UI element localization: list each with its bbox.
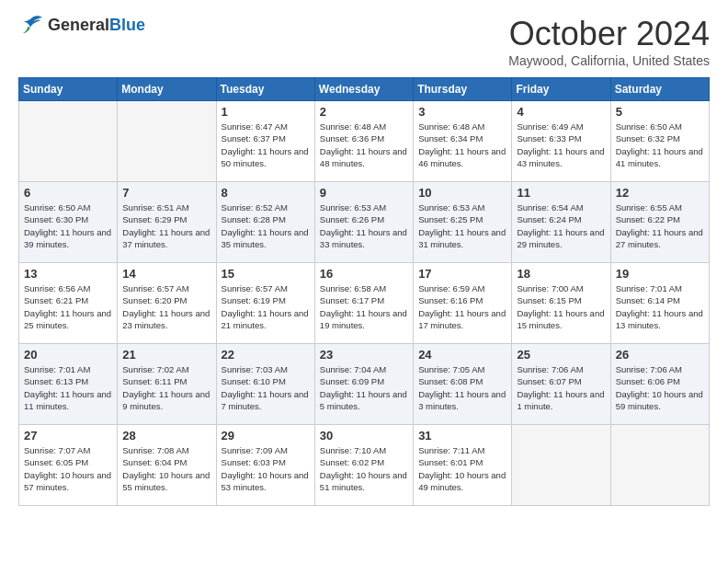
table-row bbox=[512, 425, 610, 506]
day-number: 13 bbox=[24, 267, 112, 281]
table-row: 14Sunrise: 6:57 AM Sunset: 6:20 PM Dayli… bbox=[118, 263, 216, 344]
day-info: Sunrise: 6:50 AM Sunset: 6:30 PM Dayligh… bbox=[24, 201, 112, 250]
table-row: 23Sunrise: 7:04 AM Sunset: 6:09 PM Dayli… bbox=[314, 344, 413, 425]
table-row: 12Sunrise: 6:55 AM Sunset: 6:22 PM Dayli… bbox=[610, 182, 709, 263]
table-row: 21Sunrise: 7:02 AM Sunset: 6:11 PM Dayli… bbox=[118, 344, 216, 425]
day-number: 26 bbox=[616, 348, 704, 362]
logo-icon bbox=[18, 15, 44, 35]
day-info: Sunrise: 6:53 AM Sunset: 6:26 PM Dayligh… bbox=[320, 201, 408, 250]
day-number: 18 bbox=[517, 267, 605, 281]
day-number: 2 bbox=[320, 105, 408, 119]
day-info: Sunrise: 7:06 AM Sunset: 6:06 PM Dayligh… bbox=[616, 363, 704, 412]
day-info: Sunrise: 7:10 AM Sunset: 6:02 PM Dayligh… bbox=[320, 444, 408, 493]
day-number: 14 bbox=[122, 267, 210, 281]
col-friday: Friday bbox=[512, 78, 610, 101]
table-row: 6Sunrise: 6:50 AM Sunset: 6:30 PM Daylig… bbox=[19, 182, 118, 263]
calendar-week-row: 13Sunrise: 6:56 AM Sunset: 6:21 PM Dayli… bbox=[19, 263, 710, 344]
logo-text: GeneralBlue bbox=[48, 16, 145, 35]
day-info: Sunrise: 6:51 AM Sunset: 6:29 PM Dayligh… bbox=[122, 201, 210, 250]
table-row bbox=[19, 101, 118, 182]
day-info: Sunrise: 6:49 AM Sunset: 6:33 PM Dayligh… bbox=[517, 121, 605, 169]
col-monday: Monday bbox=[118, 78, 216, 101]
day-info: Sunrise: 6:48 AM Sunset: 6:36 PM Dayligh… bbox=[320, 121, 408, 169]
day-info: Sunrise: 6:52 AM Sunset: 6:28 PM Dayligh… bbox=[222, 201, 310, 250]
col-tuesday: Tuesday bbox=[216, 78, 314, 101]
day-number: 11 bbox=[517, 186, 605, 200]
calendar-week-row: 27Sunrise: 7:07 AM Sunset: 6:05 PM Dayli… bbox=[19, 425, 710, 506]
col-thursday: Thursday bbox=[414, 78, 512, 101]
table-row: 17Sunrise: 6:59 AM Sunset: 6:16 PM Dayli… bbox=[414, 263, 512, 344]
day-number: 4 bbox=[517, 105, 605, 119]
day-number: 16 bbox=[320, 267, 408, 281]
col-sunday: Sunday bbox=[19, 78, 118, 101]
day-number: 20 bbox=[24, 348, 112, 362]
table-row: 18Sunrise: 7:00 AM Sunset: 6:15 PM Dayli… bbox=[512, 263, 610, 344]
table-row bbox=[610, 425, 709, 506]
table-row: 2Sunrise: 6:48 AM Sunset: 6:36 PM Daylig… bbox=[314, 101, 413, 182]
calendar-week-row: 20Sunrise: 7:01 AM Sunset: 6:13 PM Dayli… bbox=[19, 344, 710, 425]
day-number: 9 bbox=[320, 186, 408, 200]
title-area: October 2024 Maywood, California, United… bbox=[508, 15, 710, 68]
day-number: 17 bbox=[418, 267, 506, 281]
day-number: 30 bbox=[320, 429, 408, 442]
page-container: GeneralBlue October 2024 Maywood, Califo… bbox=[0, 0, 728, 521]
day-info: Sunrise: 6:55 AM Sunset: 6:22 PM Dayligh… bbox=[616, 201, 704, 250]
day-info: Sunrise: 6:56 AM Sunset: 6:21 PM Dayligh… bbox=[24, 282, 112, 331]
day-info: Sunrise: 6:58 AM Sunset: 6:17 PM Dayligh… bbox=[320, 282, 408, 331]
day-number: 3 bbox=[418, 105, 506, 119]
day-info: Sunrise: 6:53 AM Sunset: 6:25 PM Dayligh… bbox=[418, 201, 506, 250]
table-row: 27Sunrise: 7:07 AM Sunset: 6:05 PM Dayli… bbox=[19, 425, 118, 506]
table-row: 26Sunrise: 7:06 AM Sunset: 6:06 PM Dayli… bbox=[610, 344, 709, 425]
table-row: 30Sunrise: 7:10 AM Sunset: 6:02 PM Dayli… bbox=[314, 425, 413, 506]
day-info: Sunrise: 6:50 AM Sunset: 6:32 PM Dayligh… bbox=[616, 121, 704, 169]
logo-general: General bbox=[48, 16, 109, 34]
table-row bbox=[118, 101, 216, 182]
day-number: 27 bbox=[24, 429, 112, 442]
table-row: 5Sunrise: 6:50 AM Sunset: 6:32 PM Daylig… bbox=[610, 101, 709, 182]
day-number: 28 bbox=[122, 429, 210, 442]
day-info: Sunrise: 7:07 AM Sunset: 6:05 PM Dayligh… bbox=[24, 444, 112, 493]
day-info: Sunrise: 6:57 AM Sunset: 6:20 PM Dayligh… bbox=[122, 282, 210, 331]
day-info: Sunrise: 6:54 AM Sunset: 6:24 PM Dayligh… bbox=[517, 201, 605, 250]
day-number: 12 bbox=[616, 186, 704, 200]
table-row: 4Sunrise: 6:49 AM Sunset: 6:33 PM Daylig… bbox=[512, 101, 610, 182]
table-row: 7Sunrise: 6:51 AM Sunset: 6:29 PM Daylig… bbox=[118, 182, 216, 263]
calendar-table: Sunday Monday Tuesday Wednesday Thursday… bbox=[18, 77, 710, 506]
day-info: Sunrise: 6:57 AM Sunset: 6:19 PM Dayligh… bbox=[222, 282, 310, 331]
day-info: Sunrise: 7:05 AM Sunset: 6:08 PM Dayligh… bbox=[418, 363, 506, 412]
logo: GeneralBlue bbox=[18, 15, 145, 35]
day-number: 23 bbox=[320, 348, 408, 362]
day-number: 8 bbox=[222, 186, 310, 200]
day-info: Sunrise: 7:04 AM Sunset: 6:09 PM Dayligh… bbox=[320, 363, 408, 412]
table-row: 20Sunrise: 7:01 AM Sunset: 6:13 PM Dayli… bbox=[19, 344, 118, 425]
day-info: Sunrise: 7:00 AM Sunset: 6:15 PM Dayligh… bbox=[517, 282, 605, 331]
day-number: 31 bbox=[418, 429, 506, 442]
day-info: Sunrise: 7:02 AM Sunset: 6:11 PM Dayligh… bbox=[122, 363, 210, 412]
table-row: 24Sunrise: 7:05 AM Sunset: 6:08 PM Dayli… bbox=[414, 344, 512, 425]
table-row: 22Sunrise: 7:03 AM Sunset: 6:10 PM Dayli… bbox=[216, 344, 314, 425]
logo-blue: Blue bbox=[109, 16, 145, 34]
day-number: 22 bbox=[222, 348, 310, 362]
day-info: Sunrise: 6:47 AM Sunset: 6:37 PM Dayligh… bbox=[222, 121, 310, 169]
day-info: Sunrise: 6:48 AM Sunset: 6:34 PM Dayligh… bbox=[418, 121, 506, 169]
day-number: 6 bbox=[24, 186, 112, 200]
calendar-week-row: 1Sunrise: 6:47 AM Sunset: 6:37 PM Daylig… bbox=[19, 101, 710, 182]
day-number: 29 bbox=[222, 429, 310, 442]
day-info: Sunrise: 7:08 AM Sunset: 6:04 PM Dayligh… bbox=[122, 444, 210, 493]
table-row: 1Sunrise: 6:47 AM Sunset: 6:37 PM Daylig… bbox=[216, 101, 314, 182]
table-row: 3Sunrise: 6:48 AM Sunset: 6:34 PM Daylig… bbox=[414, 101, 512, 182]
table-row: 31Sunrise: 7:11 AM Sunset: 6:01 PM Dayli… bbox=[414, 425, 512, 506]
col-saturday: Saturday bbox=[610, 78, 709, 101]
day-number: 5 bbox=[616, 105, 704, 119]
day-number: 19 bbox=[616, 267, 704, 281]
month-title: October 2024 bbox=[508, 15, 710, 53]
table-row: 25Sunrise: 7:06 AM Sunset: 6:07 PM Dayli… bbox=[512, 344, 610, 425]
table-row: 15Sunrise: 6:57 AM Sunset: 6:19 PM Dayli… bbox=[216, 263, 314, 344]
page-header: GeneralBlue October 2024 Maywood, Califo… bbox=[18, 15, 710, 68]
day-info: Sunrise: 7:06 AM Sunset: 6:07 PM Dayligh… bbox=[517, 363, 605, 412]
table-row: 19Sunrise: 7:01 AM Sunset: 6:14 PM Dayli… bbox=[610, 263, 709, 344]
day-number: 10 bbox=[418, 186, 506, 200]
day-number: 1 bbox=[222, 105, 310, 119]
table-row: 11Sunrise: 6:54 AM Sunset: 6:24 PM Dayli… bbox=[512, 182, 610, 263]
day-info: Sunrise: 7:03 AM Sunset: 6:10 PM Dayligh… bbox=[222, 363, 310, 412]
